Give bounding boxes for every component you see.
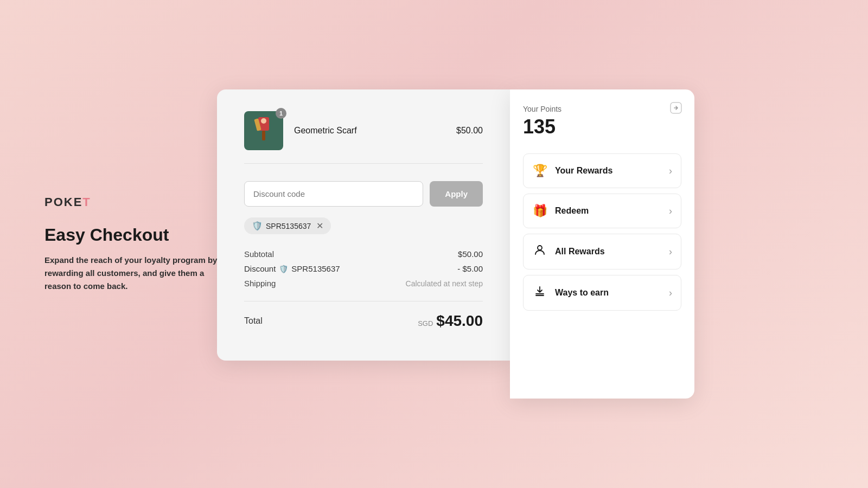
points-label: Your Points (523, 105, 681, 113)
svg-rect-2 (262, 131, 265, 140)
product-price: $50.00 (456, 126, 483, 136)
shipping-row: Shipping Calculated at next step (244, 279, 483, 288)
total-label: Total (244, 316, 263, 326)
discount-input-row: Apply (244, 181, 483, 207)
apply-button[interactable]: Apply (430, 181, 483, 207)
points-value: 135 (523, 115, 681, 138)
menu-item-left: Ways to earn (532, 285, 609, 300)
page-heading: Easy Checkout (44, 224, 218, 245)
checkout-card: 1 Geometric Scarf $50.00 Apply 🛡️ SPR513… (217, 89, 510, 361)
discount-shield-icon: 🛡️ (279, 265, 288, 273)
coupon-shield-icon: 🛡️ (252, 221, 263, 231)
logo: POKET (44, 195, 218, 209)
discount-row: Discount 🛡️ SPR5135637 - $5.00 (244, 264, 483, 273)
main-content: 1 Geometric Scarf $50.00 Apply 🛡️ SPR513… (217, 89, 694, 399)
chevron-right-icon: › (669, 165, 672, 177)
discount-input[interactable] (244, 181, 423, 207)
menu-item-left: All Rewards (532, 244, 605, 259)
svg-point-5 (538, 246, 542, 250)
coupon-code: SPR5135637 (266, 222, 311, 230)
discount-value: - $5.00 (457, 264, 483, 273)
total-value: $45.00 (436, 312, 483, 330)
chevron-right-icon: › (669, 206, 672, 217)
menu-label-all-rewards: All Rewards (555, 247, 605, 256)
subtotal-value: $50.00 (458, 249, 483, 259)
svg-point-3 (261, 118, 266, 124)
product-thumbnail-svg (250, 114, 277, 147)
remove-coupon-button[interactable]: ✕ (316, 221, 323, 231)
menu-item-left: 🎁 Redeem (532, 204, 589, 218)
person-svg (534, 244, 546, 256)
subtotal-label: Subtotal (244, 249, 274, 259)
applied-coupon-tag: 🛡️ SPR5135637 ✕ (244, 217, 331, 234)
chevron-right-icon: › (669, 287, 672, 299)
left-branding-panel: POKET Easy Checkout Expand the reach of … (44, 195, 218, 293)
earn-icon (532, 285, 547, 300)
product-name: Geometric Scarf (294, 126, 456, 136)
menu-item-your-rewards[interactable]: 🏆 Your Rewards › (523, 153, 681, 188)
discount-code-ref: SPR5135637 (291, 264, 340, 273)
menu-label-ways-to-earn: Ways to earn (555, 288, 609, 298)
menu-item-ways-to-earn[interactable]: Ways to earn › (523, 275, 681, 311)
product-row: 1 Geometric Scarf $50.00 (244, 111, 483, 164)
logo-poke: POKE (44, 195, 82, 209)
subtotal-row: Subtotal $50.00 (244, 249, 483, 259)
page-description: Expand the reach of your loyalty program… (44, 254, 218, 293)
exit-icon (670, 102, 682, 114)
menu-label-redeem: Redeem (555, 206, 589, 216)
product-image-wrapper: 1 (244, 111, 283, 150)
menu-item-all-rewards[interactable]: All Rewards › (523, 234, 681, 269)
discount-label: Discount 🛡️ SPR5135637 (244, 264, 340, 273)
chevron-right-icon: › (669, 246, 672, 258)
menu-item-redeem[interactable]: 🎁 Redeem › (523, 194, 681, 228)
order-summary: Subtotal $50.00 Discount 🛡️ SPR5135637 -… (244, 249, 483, 288)
total-currency: SGD (418, 319, 433, 328)
earn-svg (534, 285, 546, 297)
shipping-value: Calculated at next step (406, 279, 483, 288)
logo-t: T (82, 195, 91, 209)
close-button[interactable] (668, 100, 684, 115)
product-quantity-badge: 1 (276, 108, 286, 119)
menu-item-left: 🏆 Your Rewards (532, 164, 612, 178)
person-icon (532, 244, 547, 259)
trophy-icon: 🏆 (532, 164, 547, 178)
total-amount: SGD $45.00 (418, 312, 483, 330)
gift-icon: 🎁 (532, 204, 547, 218)
shipping-label: Shipping (244, 279, 276, 288)
rewards-panel: Your Points 135 🏆 Your Rewards › 🎁 Redee… (510, 89, 694, 399)
total-row: Total SGD $45.00 (244, 301, 483, 330)
rewards-menu: 🏆 Your Rewards › 🎁 Redeem › (523, 153, 681, 311)
menu-label-your-rewards: Your Rewards (555, 166, 612, 176)
